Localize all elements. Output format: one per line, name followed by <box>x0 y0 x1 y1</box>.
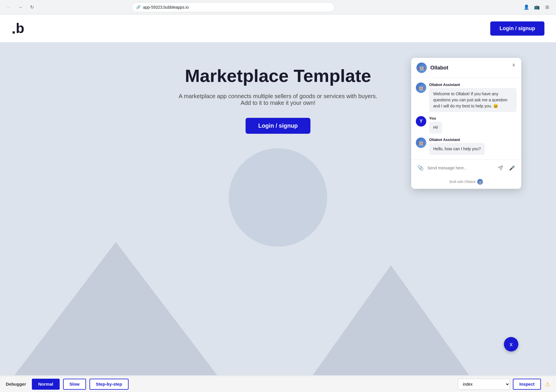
message-sender-1: Ollabot Assistant <box>429 83 517 87</box>
header-login-button[interactable]: Login / signup <box>490 21 544 36</box>
mountain-right <box>313 265 469 375</box>
debug-slow-button[interactable]: Slow <box>63 379 86 390</box>
url-text: app-59323.bubbleapps.io <box>143 5 330 10</box>
chat-message-2: Y You Hi! <box>416 116 517 133</box>
message-bubble-2: Hi! <box>429 122 442 133</box>
chat-input[interactable] <box>427 166 493 170</box>
debugger-right: index Inspect ⚠ <box>458 379 550 390</box>
warning-icon: ⚠ <box>545 381 550 388</box>
chat-widget: 🤖 Ollabot x 🤖 Ollabot Assistant Welcome … <box>411 58 521 189</box>
hero-title: Marketplace Template <box>185 65 371 86</box>
user-avatar-2: Y <box>416 116 426 127</box>
back-button[interactable]: ← <box>5 3 13 11</box>
chat-title: Ollabot <box>430 65 448 71</box>
hero-login-button[interactable]: Login / signup <box>246 118 311 134</box>
browser-chrome: ← → ↻ 🔗 app-59323.bubbleapps.io 👤 📺 ⊞ <box>0 0 556 14</box>
chat-header: 🤖 Ollabot x <box>411 58 521 78</box>
chat-close-button[interactable]: x <box>510 61 517 68</box>
chat-footer-logo: 🤖 <box>477 179 483 185</box>
profile-icon[interactable]: 👤 <box>522 3 531 11</box>
chat-message-3: 🤖 Ollabot Assistant Hello, how can I hel… <box>416 138 517 155</box>
mountain-background <box>0 236 556 375</box>
chat-fab-close[interactable]: x <box>504 337 518 351</box>
logo-b: b <box>16 21 24 35</box>
bot-avatar-1: 🤖 <box>416 83 426 93</box>
chat-footer: Built with Ollabot 🤖 <box>411 176 521 189</box>
browser-right-icons: 👤 📺 ⊞ <box>522 3 551 11</box>
split-view-icon[interactable]: ⊞ <box>543 3 551 11</box>
message-bubble-1: Welcome to Ollabot! If you have any ques… <box>429 88 517 112</box>
link-icon: 🔗 <box>136 5 141 9</box>
chat-footer-text: Built with Ollabot <box>449 180 475 184</box>
send-button[interactable] <box>496 163 505 173</box>
address-bar: 🔗 app-59323.bubbleapps.io <box>132 2 334 12</box>
debugger-label: Debugger <box>6 382 26 386</box>
debug-index-select[interactable]: index <box>458 379 510 390</box>
forward-button[interactable]: → <box>16 3 24 11</box>
bot-avatar-3: 🤖 <box>416 138 426 148</box>
mountain-left <box>14 242 217 375</box>
message-content-1: Ollabot Assistant Welcome to Ollabot! If… <box>429 83 517 112</box>
message-bubble-3: Hello, how can I help you? <box>429 143 485 155</box>
mic-button[interactable]: 🎤 <box>507 163 517 173</box>
message-content-3: Ollabot Assistant Hello, how can I help … <box>429 138 485 155</box>
message-sender-3: Ollabot Assistant <box>429 138 485 142</box>
logo-dot: . <box>12 21 16 36</box>
reload-button[interactable]: ↻ <box>28 3 36 11</box>
hero-subtitle: A marketplace app connects multiple sell… <box>177 93 379 106</box>
chat-message-1: 🤖 Ollabot Assistant Welcome to Ollabot! … <box>416 83 517 112</box>
debug-step-by-step-button[interactable]: Step-by-step <box>89 379 129 390</box>
chat-header-avatar: 🤖 <box>416 63 427 73</box>
debug-inspect-button[interactable]: Inspect <box>513 379 541 390</box>
debug-normal-button[interactable]: Normal <box>32 379 60 390</box>
chat-input-area: 📎 🎤 <box>411 160 521 176</box>
message-content-2: You Hi! <box>429 116 442 133</box>
app-header: .b Login / signup <box>0 14 556 42</box>
message-sender-2: You <box>429 116 442 120</box>
attach-button[interactable]: 📎 <box>416 163 425 173</box>
chat-messages: 🤖 Ollabot Assistant Welcome to Ollabot! … <box>411 78 521 160</box>
app-logo: .b <box>12 21 24 36</box>
hero-image <box>229 148 327 247</box>
cast-icon[interactable]: 📺 <box>533 3 541 11</box>
debugger-bar: Debugger Normal Slow Step-by-step index … <box>0 376 556 392</box>
